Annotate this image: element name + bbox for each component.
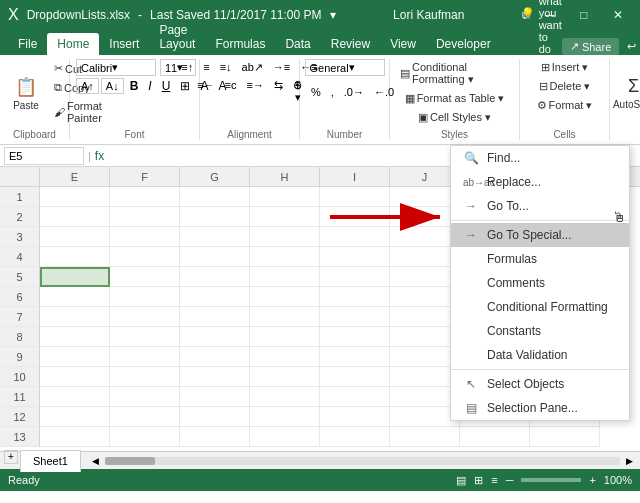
number-format-selector[interactable]: General ▾ — [305, 59, 385, 76]
cell-h3[interactable] — [250, 227, 320, 247]
orient-button[interactable]: ab↗ — [238, 59, 267, 76]
cell-h4[interactable] — [250, 247, 320, 267]
cell-f13[interactable] — [110, 427, 180, 447]
cell-i13[interactable] — [320, 427, 390, 447]
tab-review[interactable]: Review — [321, 33, 380, 55]
maximize-button[interactable]: □ — [570, 1, 598, 29]
cell-e4[interactable] — [40, 247, 110, 267]
menu-item-selection-pane[interactable]: ▤ Selection Pane... — [451, 396, 629, 420]
cell-g13[interactable] — [180, 427, 250, 447]
cell-e8[interactable] — [40, 327, 110, 347]
cell-e10[interactable] — [40, 367, 110, 387]
cell-h7[interactable] — [250, 307, 320, 327]
tab-page-layout[interactable]: Page Layout — [149, 19, 205, 55]
tab-view[interactable]: View — [380, 33, 426, 55]
scroll-left-button[interactable]: ◀ — [89, 454, 103, 468]
cell-i9[interactable] — [320, 347, 390, 367]
menu-item-constants[interactable]: Constants — [451, 319, 629, 343]
cell-f12[interactable] — [110, 407, 180, 427]
cell-h13[interactable] — [250, 427, 320, 447]
menu-item-select-objects[interactable]: ↖ Select Objects — [451, 372, 629, 396]
cell-e7[interactable] — [40, 307, 110, 327]
cell-i4[interactable] — [320, 247, 390, 267]
cell-i7[interactable] — [320, 307, 390, 327]
dropdown-icon[interactable]: ▾ — [330, 8, 336, 22]
italic-button[interactable]: I — [144, 77, 155, 95]
cell-k13[interactable] — [460, 427, 530, 447]
cell-f10[interactable] — [110, 367, 180, 387]
cell-f6[interactable] — [110, 287, 180, 307]
zoom-out-button[interactable]: ─ — [506, 474, 514, 486]
autosum-button[interactable]: Σ AutoSum — [616, 74, 640, 112]
tab-insert[interactable]: Insert — [99, 33, 149, 55]
cell-g1[interactable] — [180, 187, 250, 207]
insert-cells-button[interactable]: ⊞ Insert ▾ — [537, 59, 593, 76]
tab-home[interactable]: Home — [47, 33, 99, 55]
undo-icon[interactable]: ↩ — [627, 40, 636, 53]
zoom-slider[interactable] — [521, 478, 581, 482]
cell-f4[interactable] — [110, 247, 180, 267]
cell-styles-button[interactable]: ▣ Cell Styles ▾ — [414, 109, 495, 126]
underline-button[interactable]: U — [158, 77, 175, 95]
h-scroll-thumb[interactable] — [105, 457, 155, 465]
indent-button[interactable]: →≡ — [269, 59, 294, 76]
cell-i6[interactable] — [320, 287, 390, 307]
menu-item-conditional-formatting[interactable]: Conditional Formatting — [451, 295, 629, 319]
menu-item-comments[interactable]: Comments — [451, 271, 629, 295]
bold-button[interactable]: B — [126, 77, 143, 95]
conditional-formatting-button[interactable]: ▤ Conditional Formatting ▾ — [396, 59, 513, 88]
cell-e11[interactable] — [40, 387, 110, 407]
align-right-button[interactable]: ≡→ — [242, 77, 267, 94]
align-bottom-button[interactable]: ≡↓ — [216, 59, 236, 76]
decrease-font-button[interactable]: A↓ — [101, 78, 124, 94]
sheet-tab-1[interactable]: Sheet1 — [20, 450, 81, 472]
cell-f8[interactable] — [110, 327, 180, 347]
h-scroll-track[interactable] — [105, 457, 620, 465]
cell-j13[interactable] — [390, 427, 460, 447]
format-cells-button[interactable]: ⚙ Format ▾ — [533, 97, 597, 114]
cell-f2[interactable] — [110, 207, 180, 227]
new-sheet-button[interactable]: + — [4, 450, 18, 464]
format-as-table-button[interactable]: ▦ Format as Table ▾ — [401, 90, 509, 107]
cell-f9[interactable] — [110, 347, 180, 367]
cell-f7[interactable] — [110, 307, 180, 327]
cell-e12[interactable] — [40, 407, 110, 427]
cell-i5[interactable] — [320, 267, 390, 287]
increase-decimal-button[interactable]: .0→ — [340, 84, 368, 100]
cell-i8[interactable] — [320, 327, 390, 347]
menu-item-goto[interactable]: → Go To... — [451, 194, 629, 218]
currency-button[interactable]: $ ▾ — [291, 77, 305, 106]
align-left-button[interactable]: ≡← — [193, 77, 218, 94]
paste-button[interactable]: 📋 Paste — [6, 74, 46, 113]
tell-me-field[interactable]: 💡 Tell me what you want to do — [521, 0, 562, 55]
cell-i10[interactable] — [320, 367, 390, 387]
cell-h1[interactable] — [250, 187, 320, 207]
cell-h6[interactable] — [250, 287, 320, 307]
cell-g10[interactable] — [180, 367, 250, 387]
cell-f5[interactable] — [110, 267, 180, 287]
font-family-selector[interactable]: Calibri ▾ — [76, 59, 156, 76]
wrap-text-button[interactable]: ⇆ — [270, 77, 287, 94]
align-center-button[interactable]: ≡c — [221, 77, 241, 94]
page-layout-view-button[interactable]: ⊞ — [474, 474, 483, 487]
cell-g9[interactable] — [180, 347, 250, 367]
align-middle-button[interactable]: ≡ — [199, 59, 213, 76]
borders-button[interactable]: ⊞ — [176, 77, 194, 95]
cell-h10[interactable] — [250, 367, 320, 387]
tab-developer[interactable]: Developer — [426, 33, 501, 55]
tab-file[interactable]: File — [8, 33, 47, 55]
cell-g6[interactable] — [180, 287, 250, 307]
cell-h11[interactable] — [250, 387, 320, 407]
cell-i12[interactable] — [320, 407, 390, 427]
cell-g2[interactable] — [180, 207, 250, 227]
cell-i11[interactable] — [320, 387, 390, 407]
normal-view-button[interactable]: ▤ — [456, 474, 466, 487]
share-button[interactable]: ↗ Share — [562, 38, 619, 55]
delete-cells-button[interactable]: ⊟ Delete ▾ — [535, 78, 595, 95]
menu-item-formulas[interactable]: Formulas — [451, 247, 629, 271]
cell-h5[interactable] — [250, 267, 320, 287]
cell-f11[interactable] — [110, 387, 180, 407]
cell-g3[interactable] — [180, 227, 250, 247]
cell-e9[interactable] — [40, 347, 110, 367]
menu-item-goto-special[interactable]: → Go To Special... — [451, 223, 629, 247]
